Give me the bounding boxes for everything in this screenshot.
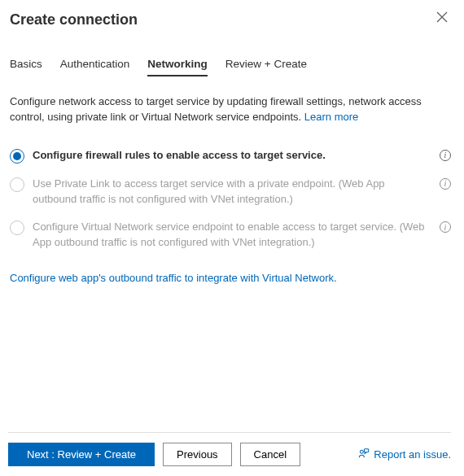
radio-icon	[10, 177, 24, 192]
info-icon[interactable]: i	[440, 221, 451, 233]
option-label: Configure firewall rules to enable acces…	[33, 148, 431, 164]
option-private-link: Use Private Link to access target servic…	[10, 177, 451, 207]
next-review-create-button[interactable]: Next : Review + Create	[8, 443, 155, 466]
option-vnet-endpoint: Configure Virtual Network service endpoi…	[10, 220, 451, 251]
tab-review-create[interactable]: Review + Create	[225, 58, 307, 76]
radio-icon	[10, 149, 24, 164]
option-label: Configure Virtual Network service endpoi…	[33, 220, 431, 251]
svg-rect-3	[365, 449, 369, 452]
tab-authentication[interactable]: Authentication	[60, 58, 130, 76]
report-issue-label: Report an issue.	[374, 448, 451, 461]
footer-bar: Next : Review + Create Previous Cancel R…	[8, 432, 451, 476]
learn-more-link[interactable]: Learn more	[304, 111, 358, 123]
svg-point-2	[361, 450, 364, 453]
info-icon[interactable]: i	[440, 178, 451, 190]
radio-icon	[10, 221, 24, 235]
tab-basics[interactable]: Basics	[10, 58, 42, 76]
tab-strip: Basics Authentication Networking Review …	[8, 58, 451, 76]
description-text: Configure network access to target servi…	[10, 95, 422, 123]
close-button[interactable]	[433, 11, 451, 23]
configure-outbound-link[interactable]: Configure web app's outbound traffic to …	[10, 272, 337, 284]
close-icon	[436, 11, 448, 23]
option-label: Use Private Link to access target servic…	[33, 177, 431, 207]
info-icon[interactable]: i	[440, 150, 451, 161]
networking-options: Configure firewall rules to enable acces…	[8, 148, 451, 264]
cancel-button[interactable]: Cancel	[240, 443, 300, 466]
option-firewall[interactable]: Configure firewall rules to enable acces…	[10, 148, 451, 164]
panel-title: Create connection	[10, 11, 138, 28]
previous-button[interactable]: Previous	[163, 443, 232, 466]
report-issue-link[interactable]: Report an issue.	[358, 448, 451, 461]
description-block: Configure network access to target servi…	[8, 94, 451, 125]
person-feedback-icon	[358, 448, 370, 461]
tab-networking[interactable]: Networking	[147, 58, 208, 76]
